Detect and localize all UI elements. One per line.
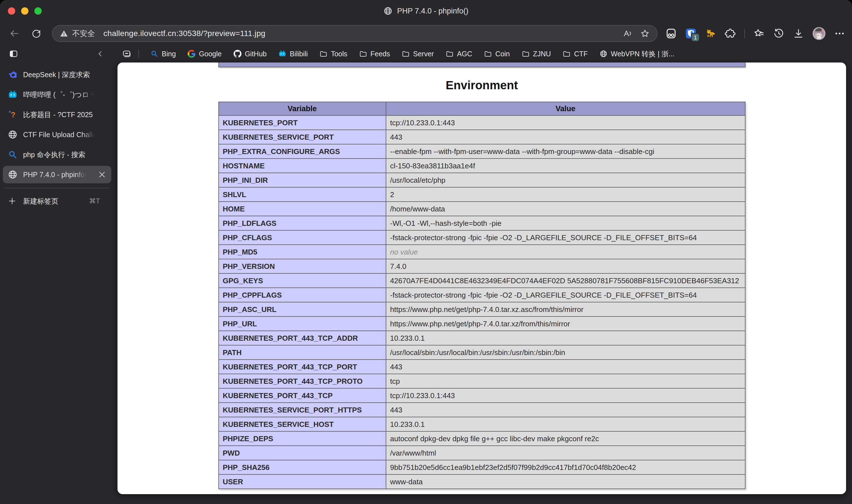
tab-title: DeepSeek | 深度求索 bbox=[23, 70, 90, 79]
value-cell: /var/www/html bbox=[386, 446, 745, 460]
bookmark-item[interactable]: Bing bbox=[144, 50, 182, 58]
bilibili-icon bbox=[278, 50, 286, 58]
bilibili-icon bbox=[8, 90, 17, 100]
window-title-group: PHP 7.4.0 - phpinfo() bbox=[383, 6, 468, 16]
profile-avatar[interactable] bbox=[813, 27, 825, 40]
extensions-puzzle-icon[interactable] bbox=[725, 28, 736, 39]
folder-icon bbox=[402, 50, 410, 58]
bookmark-item[interactable]: AGC bbox=[440, 50, 478, 58]
cat-extension-icon[interactable] bbox=[705, 28, 716, 39]
bookmark-item[interactable]: GitHub bbox=[228, 50, 273, 58]
value-cell: 443 bbox=[386, 360, 745, 374]
table-row: PHP_CPPFLAGS -fstack-protector-strong -f… bbox=[219, 288, 745, 302]
bookmark-item[interactable]: Feeds bbox=[353, 50, 396, 58]
globe-icon bbox=[383, 6, 393, 16]
search-icon bbox=[8, 150, 17, 159]
variable-cell: PHP_CFLAGS bbox=[219, 230, 386, 245]
close-window-button[interactable] bbox=[8, 7, 15, 15]
table-row: PHP_ASC_URL https://www.php.net/get/php-… bbox=[219, 302, 745, 317]
toolbar: 不安全 challenge.ilovectf.cn:30538/?preview… bbox=[0, 22, 852, 45]
variable-cell: PHP_ASC_URL bbox=[219, 302, 386, 317]
value-cell: 10.233.0.1 bbox=[386, 331, 745, 345]
bookmark-item[interactable]: Coin bbox=[478, 50, 516, 58]
plus-icon bbox=[8, 197, 16, 205]
table-row: PHPIZE_DEPS autoconf dpkg-dev dpkg file … bbox=[219, 431, 745, 446]
new-tab-button[interactable]: 新建标签页 ⌘T bbox=[0, 193, 114, 209]
back-button[interactable] bbox=[9, 28, 20, 39]
favorites-icon[interactable] bbox=[753, 28, 765, 39]
value-cell: -fstack-protector-strong -fpic -fpie -O2… bbox=[386, 230, 745, 245]
variable-cell: PHP_CPPFLAGS bbox=[219, 288, 386, 302]
bookmark-item[interactable]: Google bbox=[182, 50, 228, 58]
column-header-variable: Variable bbox=[219, 102, 386, 115]
window-title: PHP 7.4.0 - phpinfo() bbox=[397, 7, 468, 16]
close-tab-icon[interactable] bbox=[97, 170, 107, 179]
bookmark-item[interactable]: Bilibili bbox=[273, 50, 314, 58]
downloads-icon[interactable] bbox=[793, 28, 804, 39]
favorites-bar-divider bbox=[138, 50, 139, 58]
fullscreen-window-button[interactable] bbox=[34, 7, 42, 15]
variable-cell: PHP_SHA256 bbox=[219, 460, 386, 474]
tab-title: 哔哩哔哩 (゜-゜)つロ 干杯~ bbox=[23, 90, 95, 100]
add-favorite-star-icon[interactable] bbox=[640, 29, 650, 38]
bitwarden-extension-icon[interactable]: 1 bbox=[685, 28, 696, 39]
variable-cell: KUBERNETES_PORT_443_TCP bbox=[219, 388, 386, 403]
variable-cell: PHP_LDFLAGS bbox=[219, 216, 386, 230]
table-row: PHP_SHA256 9bb751b20e5d6cc1ea9b1ebf23ef2… bbox=[219, 460, 745, 474]
variable-cell: KUBERNETES_PORT_443_TCP_PORT bbox=[219, 360, 386, 374]
table-row: PHP_INI_DIR /usr/local/etc/php bbox=[219, 173, 745, 187]
tab-title: PHP 7.4.0 - phpinfo() bbox=[23, 170, 87, 179]
security-label[interactable]: 不安全 bbox=[72, 29, 95, 39]
globe-icon bbox=[599, 50, 607, 58]
bookmark-item[interactable]: ZJNU bbox=[516, 50, 557, 58]
value-cell: no value bbox=[386, 245, 745, 259]
table-row: SHLVL 2 bbox=[219, 187, 745, 202]
value-cell: -fstack-protector-strong -fpic -fpie -O2… bbox=[386, 288, 745, 302]
reload-button[interactable] bbox=[31, 28, 42, 39]
vertical-tabs-panel-icon[interactable] bbox=[9, 49, 18, 58]
question-icon: ? bbox=[8, 110, 17, 120]
bookmark-label: Tools bbox=[331, 50, 347, 58]
bookmark-label: AGC bbox=[457, 50, 472, 58]
collapse-sidebar-chevron-icon[interactable] bbox=[97, 50, 104, 57]
sidebar-tab[interactable]: DeepSeek | 深度求索 bbox=[3, 66, 111, 83]
table-row: PHP_VERSION 7.4.0 bbox=[219, 259, 745, 273]
bookmark-item[interactable]: Server bbox=[396, 50, 440, 58]
mask-extension-icon[interactable] bbox=[665, 28, 677, 39]
github-icon bbox=[233, 50, 241, 58]
table-row: KUBERNETES_SERVICE_PORT_HTTPS 443 bbox=[219, 403, 745, 417]
folder-icon bbox=[319, 50, 327, 58]
sidebar-tab[interactable]: php 命令执行 - 搜索 bbox=[3, 146, 111, 163]
titlebar: PHP 7.4.0 - phpinfo() bbox=[0, 0, 852, 22]
main-area: DeepSeek | 深度求索 哔哩哔哩 (゜-゜)つロ 干杯~ ? 比赛题目 … bbox=[0, 62, 852, 504]
address-bar[interactable]: 不安全 challenge.ilovectf.cn:30538/?preview… bbox=[52, 25, 658, 42]
bookmark-label: CTF bbox=[574, 50, 588, 58]
folder-icon bbox=[446, 50, 454, 58]
environment-table: Variable Value KUBERNETES_PORT tcp://10.… bbox=[219, 102, 746, 489]
read-aloud-icon[interactable] bbox=[623, 29, 632, 38]
value-cell: cl-150-83ea3811b3aa1e4f bbox=[386, 159, 745, 173]
sidebar-tab[interactable]: PHP 7.4.0 - phpinfo() bbox=[3, 166, 111, 183]
previous-table-partial-header bbox=[219, 62, 746, 67]
minimize-window-button[interactable] bbox=[21, 7, 29, 15]
table-row: PHP_URL https://www.php.net/get/php-7.4.… bbox=[219, 317, 745, 331]
bookmark-item[interactable]: Tools bbox=[314, 50, 353, 58]
search-icon bbox=[151, 50, 158, 58]
sidebar-tab[interactable]: CTF File Upload Challenge bbox=[3, 126, 111, 143]
bookmark-label: Server bbox=[413, 50, 434, 58]
value-cell: -Wl,-O1 -Wl,--hash-style=both -pie bbox=[386, 216, 745, 230]
browser-window: PHP 7.4.0 - phpinfo() 不安全 challenge.ilov… bbox=[0, 0, 852, 504]
history-icon[interactable] bbox=[773, 28, 784, 39]
bookmark-label: Bing bbox=[162, 50, 176, 58]
value-cell: https://www.php.net/get/php-7.4.0.tar.xz… bbox=[386, 317, 745, 331]
sidebar-tab[interactable]: ? 比赛题目 - ?CTF 2025 bbox=[3, 106, 111, 123]
tab-actions-icon[interactable] bbox=[122, 49, 132, 58]
value-cell: 443 bbox=[386, 130, 745, 144]
bookmark-item[interactable]: CTF bbox=[557, 50, 594, 58]
sidebar-tab[interactable]: 哔哩哔哩 (゜-゜)つロ 干杯~ bbox=[3, 86, 111, 103]
table-header-row: Variable Value bbox=[219, 102, 745, 115]
sidebar-header bbox=[0, 49, 114, 58]
bookmark-item[interactable]: WebVPN 转换 | 浙... bbox=[594, 49, 680, 58]
variable-cell: PHP_EXTRA_CONFIGURE_ARGS bbox=[219, 144, 386, 159]
more-menu-icon[interactable] bbox=[834, 28, 845, 39]
